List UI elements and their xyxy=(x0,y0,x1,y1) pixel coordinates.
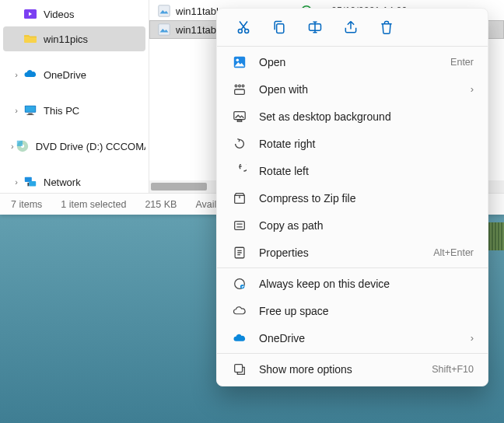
copy-button[interactable] xyxy=(268,16,290,38)
svg-rect-27 xyxy=(235,221,245,229)
expand-chevron-icon[interactable]: › xyxy=(11,106,22,115)
sidebar-item-win11pics[interactable]: win11pics xyxy=(3,26,145,51)
svg-rect-24 xyxy=(235,89,245,94)
ctx-show-more[interactable]: Show more options Shift+F10 xyxy=(217,355,488,383)
ctx-properties[interactable]: Properties Alt+Enter xyxy=(217,239,488,266)
sidebar-label: Videos xyxy=(44,9,75,20)
network-icon xyxy=(23,175,37,189)
ctx-label: Set as desktop background xyxy=(259,110,474,123)
rename-button[interactable] xyxy=(304,16,326,38)
chevron-right-icon: › xyxy=(471,83,474,95)
open-with-icon xyxy=(231,82,248,96)
ctx-open-with[interactable]: Open with › xyxy=(217,75,488,103)
nav-sidebar: Videos win11pics › OneDrive › xyxy=(0,0,149,193)
svg-rect-4 xyxy=(27,114,34,115)
svg-point-15 xyxy=(238,30,242,33)
ctx-label: Free up space xyxy=(259,305,474,317)
sidebar-item-thispc[interactable]: › This PC xyxy=(3,98,145,123)
svg-rect-10 xyxy=(27,183,29,187)
ctx-label: Show more options xyxy=(259,363,424,376)
svg-point-22 xyxy=(239,85,241,87)
ctx-free-space[interactable]: Free up space xyxy=(217,297,488,324)
ctx-compress-zip[interactable]: Compress to Zip file xyxy=(217,184,488,212)
ctx-copy-path[interactable]: Copy as path xyxy=(217,212,488,239)
expand-chevron-icon[interactable]: › xyxy=(11,142,14,151)
copy-path-icon xyxy=(231,218,248,232)
ctx-always-keep[interactable]: Always keep on this device xyxy=(217,270,488,297)
ctx-rotate-right[interactable]: Rotate right xyxy=(217,130,488,157)
sidebar-label: This PC xyxy=(44,105,79,117)
ctx-label: Compress to Zip file xyxy=(259,192,474,205)
sidebar-label: Network xyxy=(44,177,81,188)
chevron-right-icon: › xyxy=(471,332,474,344)
sidebar-item-onedrive[interactable]: › OneDrive xyxy=(3,62,145,87)
svg-rect-17 xyxy=(277,24,284,33)
rotate-left-icon xyxy=(231,164,248,178)
svg-rect-26 xyxy=(237,120,241,121)
svg-rect-8 xyxy=(25,177,32,182)
svg-rect-2 xyxy=(26,107,36,112)
svg-point-30 xyxy=(240,284,244,288)
delete-icon xyxy=(379,19,394,35)
desktop-bg-icon xyxy=(231,110,248,124)
folder-icon xyxy=(23,32,37,46)
delete-button[interactable] xyxy=(376,16,397,38)
ctx-label: Copy as path xyxy=(259,219,474,232)
context-menu: Open Enter Open with › Set as desktop ba… xyxy=(216,8,488,386)
ctx-label: Open with xyxy=(259,83,463,96)
status-size: 215 KB xyxy=(145,199,177,210)
ctx-label: OneDrive xyxy=(259,332,463,344)
ctx-onedrive[interactable]: OneDrive › xyxy=(217,324,488,351)
svg-rect-11 xyxy=(159,5,170,16)
ctx-rotate-left[interactable]: Rotate left xyxy=(217,157,488,184)
context-separator xyxy=(217,267,488,268)
svg-rect-3 xyxy=(28,114,32,114)
rename-icon xyxy=(307,19,323,35)
onedrive-icon xyxy=(23,68,37,82)
copy-icon xyxy=(271,19,287,35)
image-file-icon xyxy=(157,4,171,18)
sidebar-label: DVD Drive (D:) CCCOMA_X64FRE xyxy=(36,141,145,152)
svg-rect-7 xyxy=(16,141,22,146)
dvd-icon xyxy=(16,139,30,153)
svg-point-21 xyxy=(235,85,237,87)
ctx-label: Properties xyxy=(259,246,425,259)
keep-device-icon xyxy=(231,277,248,291)
sidebar-item-dvd[interactable]: › DVD Drive (D:) CCCOMA_X64FRE xyxy=(3,134,145,159)
cut-button[interactable] xyxy=(233,16,254,38)
sidebar-item-videos[interactable]: Videos xyxy=(3,2,145,26)
share-button[interactable] xyxy=(340,16,362,38)
svg-rect-31 xyxy=(235,364,243,372)
share-icon xyxy=(343,19,359,35)
context-icon-bar xyxy=(217,13,488,44)
svg-rect-13 xyxy=(159,24,170,35)
ctx-shortcut: Enter xyxy=(450,57,474,68)
ctx-shortcut: Alt+Enter xyxy=(433,247,474,258)
ctx-label: Open xyxy=(259,56,443,68)
rotate-right-icon xyxy=(231,137,248,151)
ctx-open[interactable]: Open Enter xyxy=(217,48,488,75)
cloud-icon xyxy=(231,304,248,318)
sidebar-item-network[interactable]: › Network xyxy=(3,170,145,194)
svg-point-16 xyxy=(245,30,249,33)
image-file-icon xyxy=(157,23,171,37)
status-item-count: 7 items xyxy=(11,199,42,210)
open-icon xyxy=(231,55,248,69)
ctx-label: Rotate right xyxy=(259,138,474,150)
svg-rect-9 xyxy=(29,181,36,186)
svg-point-20 xyxy=(236,58,240,61)
cut-icon xyxy=(236,19,251,35)
status-selection: 1 item selected xyxy=(61,199,126,210)
ctx-label: Always keep on this device xyxy=(259,278,474,290)
ctx-set-background[interactable]: Set as desktop background xyxy=(217,103,488,130)
zip-icon xyxy=(231,191,248,205)
sidebar-label: win11pics xyxy=(44,33,88,45)
expand-chevron-icon[interactable]: › xyxy=(11,70,22,79)
scrollbar-thumb[interactable] xyxy=(151,183,207,191)
onedrive-icon xyxy=(231,331,248,345)
status-disk: Avail xyxy=(195,199,216,210)
thispc-icon xyxy=(23,103,37,117)
svg-point-23 xyxy=(242,85,244,87)
properties-icon xyxy=(231,246,248,260)
expand-chevron-icon[interactable]: › xyxy=(11,177,22,187)
